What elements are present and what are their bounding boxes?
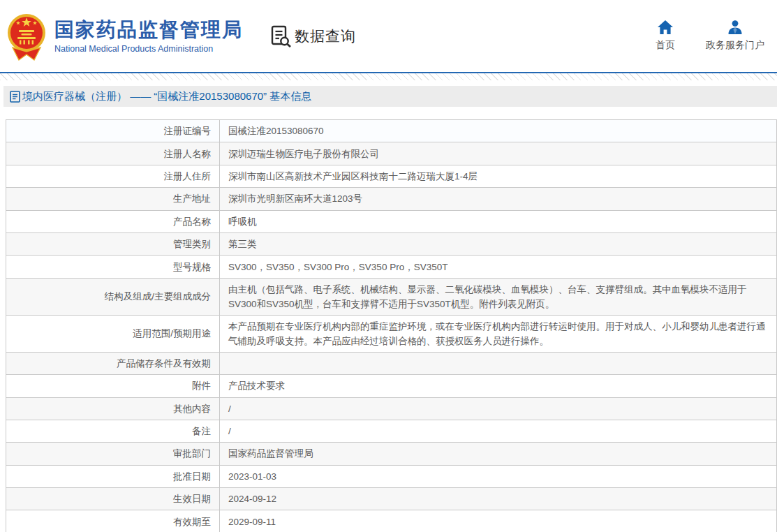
table-row: 其他内容/ [6,398,776,420]
table-row: 管理类别第三类 [6,233,776,256]
registration-doc-icon [10,91,20,103]
row-value: 呼吸机 [219,211,776,232]
table-row: 型号规格SV300，SV350，SV300 Pro，SV350 Pro，SV35… [6,256,776,278]
info-table: 注册证编号国械注准20153080670注册人名称深圳迈瑞生物医疗电子股份有限公… [6,119,777,532]
row-label: 生效日期 [6,488,219,510]
home-icon [658,20,673,34]
row-label: 注册人名称 [6,142,219,164]
row-value: 国家药品监督管理局 [219,443,776,464]
nav-home-label: 首页 [656,39,675,52]
row-label: 注册证编号 [6,120,219,142]
row-label: 有效期至 [6,510,219,532]
row-value: 深圳市南山区高新技术产业园区科技南十二路迈瑞大厦1-4层 [219,165,776,187]
row-value: SV300，SV350，SV300 Pro，SV350 Pro，SV350T [219,256,776,277]
row-value: 国械注准20153080670 [219,120,776,142]
row-value: 第三类 [219,233,776,255]
row-label: 批准日期 [6,466,219,487]
header-nav: 首页 政务服务门户 [656,20,764,52]
table-row: 生产地址深圳市光明新区南环大道1203号 [6,188,776,210]
row-label: 产品储存条件及有效期 [6,353,219,374]
row-value: / [219,420,776,442]
table-row: 批准日期2023-01-03 [6,466,776,488]
site-subtitle: National Medical Products Administration [54,44,243,54]
row-label: 备注 [6,420,219,442]
row-value: 2024-09-12 [219,488,776,510]
row-value: 深圳迈瑞生物医疗电子股份有限公司 [219,142,776,164]
row-value: / [219,398,776,420]
logo-text: 国家药品监督管理局 National Medical Products Admi… [54,19,243,54]
national-emblem-logo [7,11,46,63]
user-icon [727,20,743,34]
row-label: 产品名称 [6,211,219,232]
row-label: 结构及组成/主要组成成分 [6,279,219,315]
data-query-section[interactable]: 数据查询 [271,25,356,47]
row-value: 本产品预期在专业医疗机构内部的重症监护环境，或在专业医疗机构内部进行转运时使用。… [219,316,776,352]
table-row: 审批部门国家药品监督管理局 [6,443,776,465]
row-value: 由主机（包括气路、电子系统、机械结构、显示器、二氧化碳模块、血氧模块）、台车、支… [219,279,776,315]
nav-home[interactable]: 首页 [656,20,675,52]
page-title: 境内医疗器械（注册） —— “国械注准20153080670” 基本信息 [22,90,311,103]
table-row: 注册人住所深圳市南山区高新技术产业园区科技南十二路迈瑞大厦1-4层 [6,165,776,188]
row-value: 深圳市光明新区南环大道1203号 [219,188,776,209]
data-query-icon [271,25,292,47]
row-label: 型号规格 [6,256,219,277]
table-row: 生效日期2024-09-12 [6,488,776,510]
row-label: 附件 [6,375,219,397]
row-label: 生产地址 [6,188,219,209]
table-row: 附件产品技术要求 [6,375,776,397]
table-row: 备注/ [6,420,776,443]
table-row: 注册人名称深圳迈瑞生物医疗电子股份有限公司 [6,142,776,165]
table-row: 适用范围/预期用途本产品预期在专业医疗机构内部的重症监护环境，或在专业医疗机构内… [6,316,776,353]
table-row: 结构及组成/主要组成成分由主机（包括气路、电子系统、机械结构、显示器、二氧化碳模… [6,279,776,316]
nav-gov-portal[interactable]: 政务服务门户 [706,20,764,52]
row-label: 注册人住所 [6,165,219,187]
row-value: 2023-01-03 [219,466,776,487]
row-value: 产品技术要求 [219,375,776,397]
data-query-label: 数据查询 [295,27,356,46]
nav-gov-portal-label: 政务服务门户 [706,39,764,52]
row-label: 适用范围/预期用途 [6,316,219,352]
table-row: 有效期至2029-09-11 [6,510,776,532]
table-row: 产品名称呼吸机 [6,211,776,233]
table-row: 注册证编号国械注准20153080670 [6,120,776,142]
site-title: 国家药品监督管理局 [54,19,243,41]
row-value [219,353,776,374]
hatch-band [0,73,777,80]
row-value: 2029-09-11 [219,510,776,532]
row-label: 审批部门 [6,443,219,464]
table-row: 产品储存条件及有效期 [6,353,776,375]
row-label: 管理类别 [6,233,219,255]
breadcrumb: 境内医疗器械（注册） —— “国械注准20153080670” 基本信息 [3,86,777,107]
row-label: 其他内容 [6,398,219,420]
site-header: 国家药品监督管理局 National Medical Products Admi… [0,0,777,72]
